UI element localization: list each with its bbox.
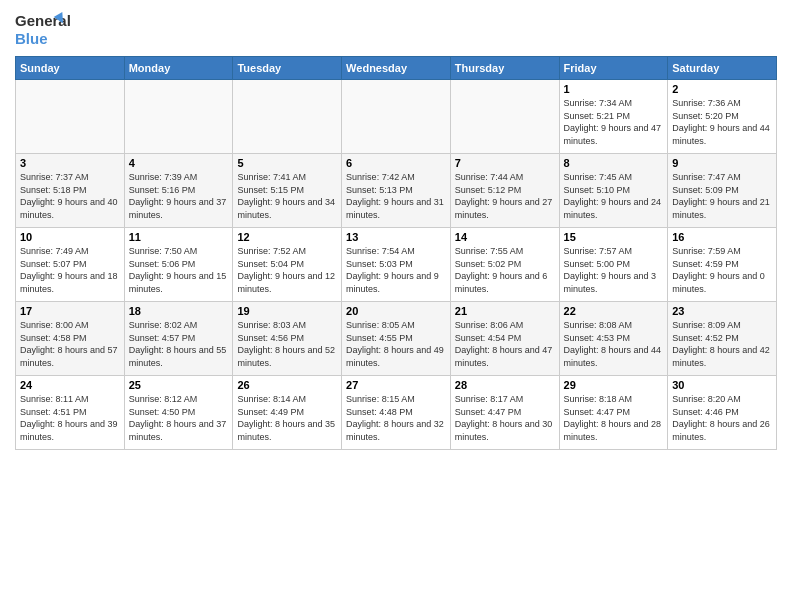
cell-week0-day3 [342,80,451,154]
day-number: 29 [564,379,664,391]
day-number: 11 [129,231,229,243]
day-info: Sunrise: 7:52 AM Sunset: 5:04 PM Dayligh… [237,245,337,295]
logo: GeneralBlue [15,10,70,48]
header-sunday: Sunday [16,57,125,80]
day-info: Sunrise: 7:36 AM Sunset: 5:20 PM Dayligh… [672,97,772,147]
cell-week0-day0 [16,80,125,154]
day-info: Sunrise: 7:54 AM Sunset: 5:03 PM Dayligh… [346,245,446,295]
cell-week3-day1: 18Sunrise: 8:02 AM Sunset: 4:57 PM Dayli… [124,302,233,376]
day-number: 18 [129,305,229,317]
cell-week3-day0: 17Sunrise: 8:00 AM Sunset: 4:58 PM Dayli… [16,302,125,376]
day-info: Sunrise: 8:15 AM Sunset: 4:48 PM Dayligh… [346,393,446,443]
day-info: Sunrise: 7:44 AM Sunset: 5:12 PM Dayligh… [455,171,555,221]
cell-week0-day6: 2Sunrise: 7:36 AM Sunset: 5:20 PM Daylig… [668,80,777,154]
day-info: Sunrise: 7:42 AM Sunset: 5:13 PM Dayligh… [346,171,446,221]
cell-week3-day3: 20Sunrise: 8:05 AM Sunset: 4:55 PM Dayli… [342,302,451,376]
calendar: SundayMondayTuesdayWednesdayThursdayFrid… [15,56,777,450]
day-info: Sunrise: 8:06 AM Sunset: 4:54 PM Dayligh… [455,319,555,369]
cell-week4-day4: 28Sunrise: 8:17 AM Sunset: 4:47 PM Dayli… [450,376,559,450]
day-info: Sunrise: 8:02 AM Sunset: 4:57 PM Dayligh… [129,319,229,369]
cell-week4-day3: 27Sunrise: 8:15 AM Sunset: 4:48 PM Dayli… [342,376,451,450]
day-number: 15 [564,231,664,243]
day-info: Sunrise: 8:14 AM Sunset: 4:49 PM Dayligh… [237,393,337,443]
header-monday: Monday [124,57,233,80]
day-number: 4 [129,157,229,169]
day-info: Sunrise: 7:39 AM Sunset: 5:16 PM Dayligh… [129,171,229,221]
page-header: GeneralBlue [15,10,777,48]
day-info: Sunrise: 7:37 AM Sunset: 5:18 PM Dayligh… [20,171,120,221]
cell-week2-day1: 11Sunrise: 7:50 AM Sunset: 5:06 PM Dayli… [124,228,233,302]
header-saturday: Saturday [668,57,777,80]
day-number: 30 [672,379,772,391]
day-info: Sunrise: 7:41 AM Sunset: 5:15 PM Dayligh… [237,171,337,221]
cell-week4-day6: 30Sunrise: 8:20 AM Sunset: 4:46 PM Dayli… [668,376,777,450]
day-number: 14 [455,231,555,243]
day-number: 8 [564,157,664,169]
day-info: Sunrise: 7:49 AM Sunset: 5:07 PM Dayligh… [20,245,120,295]
day-number: 25 [129,379,229,391]
day-number: 21 [455,305,555,317]
cell-week1-day2: 5Sunrise: 7:41 AM Sunset: 5:15 PM Daylig… [233,154,342,228]
day-info: Sunrise: 7:45 AM Sunset: 5:10 PM Dayligh… [564,171,664,221]
header-tuesday: Tuesday [233,57,342,80]
cell-week1-day1: 4Sunrise: 7:39 AM Sunset: 5:16 PM Daylig… [124,154,233,228]
cell-week0-day4 [450,80,559,154]
cell-week4-day2: 26Sunrise: 8:14 AM Sunset: 4:49 PM Dayli… [233,376,342,450]
header-thursday: Thursday [450,57,559,80]
day-number: 20 [346,305,446,317]
cell-week2-day6: 16Sunrise: 7:59 AM Sunset: 4:59 PM Dayli… [668,228,777,302]
day-info: Sunrise: 7:34 AM Sunset: 5:21 PM Dayligh… [564,97,664,147]
svg-text:Blue: Blue [15,30,48,47]
day-number: 23 [672,305,772,317]
day-info: Sunrise: 7:59 AM Sunset: 4:59 PM Dayligh… [672,245,772,295]
day-info: Sunrise: 8:20 AM Sunset: 4:46 PM Dayligh… [672,393,772,443]
header-friday: Friday [559,57,668,80]
cell-week1-day6: 9Sunrise: 7:47 AM Sunset: 5:09 PM Daylig… [668,154,777,228]
header-wednesday: Wednesday [342,57,451,80]
day-info: Sunrise: 8:11 AM Sunset: 4:51 PM Dayligh… [20,393,120,443]
day-info: Sunrise: 7:55 AM Sunset: 5:02 PM Dayligh… [455,245,555,295]
cell-week1-day3: 6Sunrise: 7:42 AM Sunset: 5:13 PM Daylig… [342,154,451,228]
cell-week1-day0: 3Sunrise: 7:37 AM Sunset: 5:18 PM Daylig… [16,154,125,228]
cell-week4-day5: 29Sunrise: 8:18 AM Sunset: 4:47 PM Dayli… [559,376,668,450]
day-number: 17 [20,305,120,317]
cell-week3-day2: 19Sunrise: 8:03 AM Sunset: 4:56 PM Dayli… [233,302,342,376]
day-info: Sunrise: 8:00 AM Sunset: 4:58 PM Dayligh… [20,319,120,369]
cell-week1-day4: 7Sunrise: 7:44 AM Sunset: 5:12 PM Daylig… [450,154,559,228]
cell-week4-day0: 24Sunrise: 8:11 AM Sunset: 4:51 PM Dayli… [16,376,125,450]
day-number: 1 [564,83,664,95]
day-number: 7 [455,157,555,169]
day-number: 26 [237,379,337,391]
day-info: Sunrise: 7:47 AM Sunset: 5:09 PM Dayligh… [672,171,772,221]
cell-week3-day6: 23Sunrise: 8:09 AM Sunset: 4:52 PM Dayli… [668,302,777,376]
day-info: Sunrise: 7:57 AM Sunset: 5:00 PM Dayligh… [564,245,664,295]
day-info: Sunrise: 7:50 AM Sunset: 5:06 PM Dayligh… [129,245,229,295]
cell-week4-day1: 25Sunrise: 8:12 AM Sunset: 4:50 PM Dayli… [124,376,233,450]
day-number: 5 [237,157,337,169]
day-number: 3 [20,157,120,169]
day-number: 19 [237,305,337,317]
cell-week2-day2: 12Sunrise: 7:52 AM Sunset: 5:04 PM Dayli… [233,228,342,302]
day-info: Sunrise: 8:09 AM Sunset: 4:52 PM Dayligh… [672,319,772,369]
day-number: 9 [672,157,772,169]
cell-week2-day3: 13Sunrise: 7:54 AM Sunset: 5:03 PM Dayli… [342,228,451,302]
cell-week2-day5: 15Sunrise: 7:57 AM Sunset: 5:00 PM Dayli… [559,228,668,302]
cell-week2-day4: 14Sunrise: 7:55 AM Sunset: 5:02 PM Dayli… [450,228,559,302]
cell-week3-day4: 21Sunrise: 8:06 AM Sunset: 4:54 PM Dayli… [450,302,559,376]
cell-week0-day1 [124,80,233,154]
day-info: Sunrise: 8:05 AM Sunset: 4:55 PM Dayligh… [346,319,446,369]
day-info: Sunrise: 8:18 AM Sunset: 4:47 PM Dayligh… [564,393,664,443]
day-number: 27 [346,379,446,391]
day-number: 6 [346,157,446,169]
day-number: 13 [346,231,446,243]
cell-week3-day5: 22Sunrise: 8:08 AM Sunset: 4:53 PM Dayli… [559,302,668,376]
cell-week2-day0: 10Sunrise: 7:49 AM Sunset: 5:07 PM Dayli… [16,228,125,302]
day-info: Sunrise: 8:03 AM Sunset: 4:56 PM Dayligh… [237,319,337,369]
day-info: Sunrise: 8:17 AM Sunset: 4:47 PM Dayligh… [455,393,555,443]
cell-week1-day5: 8Sunrise: 7:45 AM Sunset: 5:10 PM Daylig… [559,154,668,228]
day-number: 22 [564,305,664,317]
day-info: Sunrise: 8:08 AM Sunset: 4:53 PM Dayligh… [564,319,664,369]
day-number: 2 [672,83,772,95]
day-number: 16 [672,231,772,243]
cell-week0-day2 [233,80,342,154]
